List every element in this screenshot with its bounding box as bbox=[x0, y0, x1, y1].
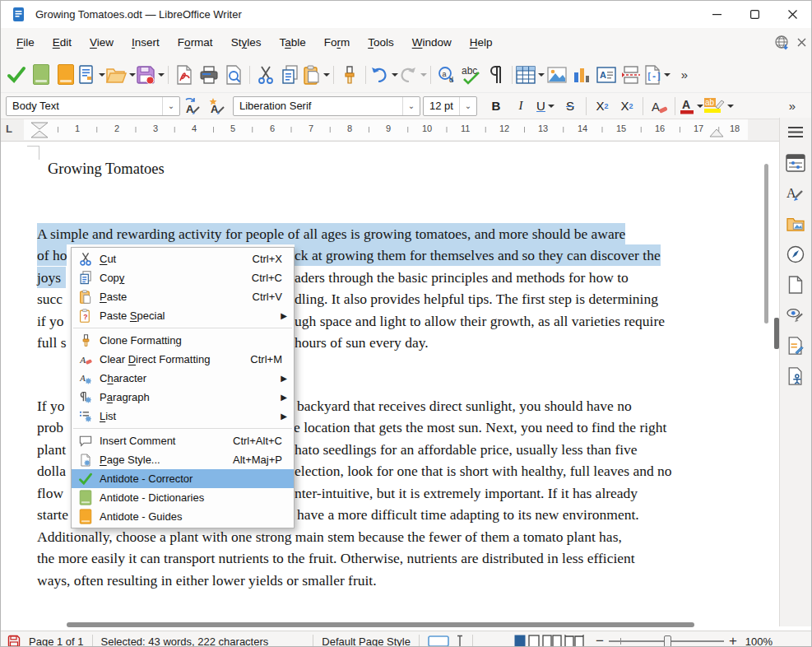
copy-icon[interactable] bbox=[278, 62, 303, 88]
insert-field-icon[interactable]: [-] bbox=[643, 62, 670, 88]
zoom-in-button[interactable]: + bbox=[729, 633, 737, 647]
context-item-insert-comment[interactable]: Insert CommentCtrl+Alt+C bbox=[72, 431, 294, 450]
menu-file[interactable]: File bbox=[7, 32, 44, 53]
menu-styles[interactable]: Styles bbox=[222, 32, 271, 53]
toolbar-overflow-button[interactable]: » bbox=[672, 62, 697, 88]
selection-rectangle-icon[interactable] bbox=[428, 635, 449, 647]
clear-formatting-icon[interactable]: A bbox=[647, 93, 671, 119]
insert-chart-icon[interactable] bbox=[569, 62, 594, 88]
page-style-status[interactable]: Default Page Style bbox=[322, 635, 411, 647]
spelling-icon[interactable]: abc bbox=[459, 62, 484, 88]
insert-table-icon[interactable] bbox=[516, 62, 545, 88]
document-area[interactable]: Growing Tomatoes A simple and rewarding … bbox=[1, 142, 811, 619]
page-number-status[interactable]: Page 1 of 1 bbox=[29, 635, 84, 647]
insert-image-icon[interactable] bbox=[545, 62, 569, 88]
formatbar-overflow-button[interactable]: » bbox=[780, 93, 805, 119]
zoom-slider-thumb[interactable] bbox=[664, 635, 671, 647]
context-item-list[interactable]: List▶ bbox=[72, 407, 294, 426]
menu-format[interactable]: Format bbox=[169, 32, 222, 53]
context-item-antidote-guides[interactable]: Antidote - Guides bbox=[72, 507, 294, 526]
menu-insert[interactable]: Insert bbox=[123, 32, 169, 53]
sidebar-style-inspector-icon[interactable] bbox=[783, 304, 808, 327]
menu-table[interactable]: Table bbox=[270, 32, 314, 53]
context-item-clear-direct-formatting[interactable]: A Clear Direct FormattingCtrl+M bbox=[72, 350, 294, 369]
clone-formatting-icon[interactable] bbox=[337, 62, 362, 88]
antidote-dictionaries-icon[interactable] bbox=[29, 62, 53, 88]
underline-button[interactable]: U bbox=[533, 93, 558, 119]
globe-download-icon[interactable] bbox=[774, 35, 791, 51]
sidebar-settings-icon[interactable] bbox=[783, 121, 808, 144]
print-icon[interactable] bbox=[197, 62, 221, 88]
sidebar-accessibility-check-icon[interactable] bbox=[783, 365, 808, 388]
horizontal-ruler[interactable]: L 1 2 3 4 5 6 7 8 9 10 11 12 13 14 15 16… bbox=[1, 119, 811, 142]
sidebar-navigator-icon[interactable] bbox=[783, 243, 808, 266]
open-icon[interactable] bbox=[105, 62, 136, 88]
maximize-button[interactable] bbox=[735, 1, 773, 28]
find-replace-icon[interactable]: ad bbox=[434, 62, 459, 88]
antidote-guides-icon[interactable] bbox=[53, 62, 78, 88]
subscript-button[interactable]: X2 bbox=[615, 93, 639, 119]
first-line-indent-marker[interactable] bbox=[30, 121, 49, 139]
menu-help[interactable]: Help bbox=[461, 32, 502, 53]
close-button[interactable] bbox=[773, 1, 811, 28]
menu-edit[interactable]: Edit bbox=[44, 32, 81, 53]
print-preview-icon[interactable] bbox=[221, 62, 246, 88]
zoom-slider[interactable] bbox=[609, 640, 724, 642]
update-style-icon[interactable]: A bbox=[180, 95, 205, 117]
vertical-scrollbar[interactable] bbox=[763, 139, 770, 617]
paragraph-style-combobox[interactable]: Body Text ⌄ bbox=[6, 96, 180, 116]
redo-icon[interactable] bbox=[398, 62, 427, 88]
document-heading[interactable]: Growing Tomatoes bbox=[48, 161, 165, 178]
undo-icon[interactable] bbox=[369, 62, 398, 88]
sidebar-manage-changes-icon[interactable] bbox=[783, 334, 808, 357]
font-name-combobox[interactable]: Liberation Serif ⌄ bbox=[233, 96, 420, 116]
word-count-status[interactable]: Selected: 43 words, 222 characters bbox=[101, 635, 269, 647]
close-document-icon[interactable] bbox=[797, 38, 806, 47]
font-size-combobox[interactable]: 12 pt ⌄ bbox=[423, 96, 477, 116]
insert-page-break-icon[interactable] bbox=[619, 62, 643, 88]
vertical-scrollbar-thumb[interactable] bbox=[764, 164, 768, 324]
text-cursor-icon[interactable] bbox=[456, 635, 464, 647]
font-color-button[interactable]: A bbox=[679, 93, 703, 119]
italic-button[interactable]: I bbox=[508, 93, 533, 119]
context-item-cut[interactable]: CutCtrl+X bbox=[72, 249, 294, 268]
paste-icon[interactable] bbox=[303, 62, 330, 88]
single-page-outline-view-button[interactable] bbox=[528, 635, 540, 647]
context-item-character[interactable]: A Character▶ bbox=[72, 369, 294, 388]
new-document-icon[interactable] bbox=[78, 62, 105, 88]
strikethrough-button[interactable]: S bbox=[558, 93, 582, 119]
context-item-antidote-corrector[interactable]: Antidote - Corrector bbox=[72, 469, 294, 488]
tab-type-selector[interactable]: L bbox=[6, 123, 12, 135]
context-item-paragraph[interactable]: Paragraph▶ bbox=[72, 388, 294, 407]
menu-window[interactable]: Window bbox=[403, 32, 461, 53]
highlight-color-button[interactable]: ab bbox=[703, 93, 734, 119]
book-view-button[interactable] bbox=[564, 635, 584, 647]
zoom-level[interactable]: 100% bbox=[745, 635, 773, 647]
context-item-copy[interactable]: CopyCtrl+C bbox=[72, 268, 294, 287]
cut-icon[interactable] bbox=[253, 62, 278, 88]
sidebar-properties-icon[interactable] bbox=[783, 151, 808, 175]
formatting-marks-icon[interactable] bbox=[484, 62, 508, 88]
chevron-down-icon[interactable]: ⌄ bbox=[162, 97, 179, 115]
superscript-button[interactable]: X2 bbox=[590, 93, 615, 119]
insert-textbox-icon[interactable]: A bbox=[594, 62, 619, 88]
context-item-paste-special[interactable]: ? Paste Special▶ bbox=[72, 306, 294, 325]
antidote-corrector-icon[interactable] bbox=[4, 62, 29, 88]
context-item-paste[interactable]: PasteCtrl+V bbox=[72, 287, 294, 306]
context-item-antidote-dictionaries[interactable]: Antidote - Dictionaries bbox=[72, 488, 294, 507]
minimize-button[interactable] bbox=[698, 1, 735, 28]
context-item-page-style[interactable]: Page Style...Alt+Maj+P bbox=[72, 450, 294, 469]
chevron-down-icon[interactable]: ⌄ bbox=[459, 97, 476, 115]
horizontal-scrollbar[interactable] bbox=[1, 619, 811, 631]
sidebar-styles-icon[interactable]: A bbox=[783, 182, 808, 205]
sidebar-page-icon[interactable] bbox=[783, 273, 808, 296]
new-style-icon[interactable]: A bbox=[205, 95, 230, 117]
right-indent-marker[interactable] bbox=[708, 128, 725, 137]
chevron-down-icon[interactable]: ⌄ bbox=[402, 97, 420, 115]
horizontal-scrollbar-thumb[interactable] bbox=[67, 622, 694, 627]
sidebar-gallery-icon[interactable] bbox=[783, 212, 808, 235]
menu-tools[interactable]: Tools bbox=[359, 32, 403, 53]
context-item-clone-formatting[interactable]: Clone Formatting bbox=[72, 331, 294, 350]
menu-view[interactable]: View bbox=[81, 32, 123, 53]
single-page-view-button[interactable] bbox=[514, 635, 526, 647]
